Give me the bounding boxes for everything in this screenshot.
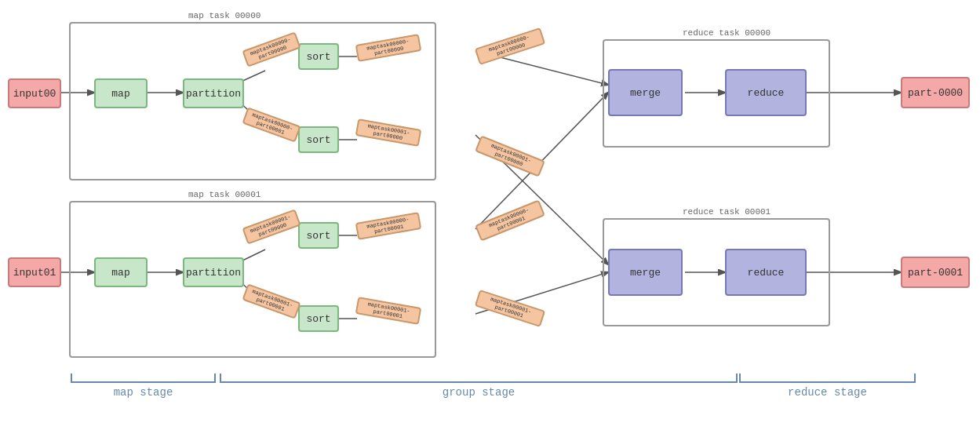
partition1-node: partition — [183, 257, 244, 287]
reduce-stage-label: reduce stage — [739, 386, 916, 399]
part0001-node: part-0001 — [901, 257, 970, 288]
sort00-node: sort — [298, 43, 339, 70]
partition0-node: partition — [183, 78, 244, 108]
diagram: map task 00000 map task 00001 reduce tas… — [0, 0, 980, 441]
reduce0-node: reduce — [725, 69, 807, 116]
reduce-task-1-label: reduce task 00001 — [683, 207, 771, 217]
cross-file-2: maptask00001-part00000 — [475, 135, 545, 177]
merge0-node: merge — [608, 69, 683, 116]
input00-node: input00 — [8, 78, 61, 108]
map-stage-bracket: map stage — [71, 374, 216, 399]
sort01-node: sort — [298, 126, 339, 153]
sort11-node: sort — [298, 305, 339, 332]
map0-node: map — [94, 78, 148, 108]
map-task-0-label: map task 00000 — [188, 11, 260, 20]
part0000-node: part-0000 — [901, 77, 970, 108]
map1-node: map — [94, 257, 148, 287]
cross-file-4: maptask00001-part00001 — [475, 290, 545, 327]
cross-file-3: maptask00000-part00001 — [475, 199, 545, 241]
group-stage-bracket: group stage — [220, 374, 738, 399]
cross-file-1: maptask00000-part00000 — [475, 27, 545, 65]
reduce-task-0-label: reduce task 00000 — [683, 28, 771, 38]
reduce1-node: reduce — [725, 249, 807, 296]
merge1-node: merge — [608, 249, 683, 296]
map-stage-label: map stage — [71, 386, 216, 399]
input01-node: input01 — [8, 257, 61, 287]
map-task-1-label: map task 00001 — [188, 190, 260, 199]
group-stage-label: group stage — [220, 386, 738, 399]
reduce-stage-bracket: reduce stage — [739, 374, 916, 399]
sort10-node: sort — [298, 222, 339, 249]
